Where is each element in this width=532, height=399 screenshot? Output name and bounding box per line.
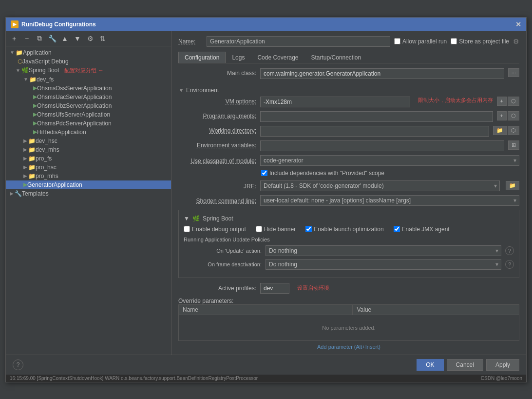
store-as-project-label: Store as project file: [451, 38, 509, 45]
working-dir-input[interactable]: [260, 126, 489, 137]
tree-item-js-debug[interactable]: ⬡ JavaScript Debug: [6, 57, 171, 66]
tree-item-application[interactable]: ▼ 📁 Application: [6, 48, 171, 57]
tree-item-ohsms-ufs[interactable]: ▶ OhsmsUfsServerApplication: [6, 110, 171, 119]
env-vars-edit-button[interactable]: ⊞: [508, 140, 519, 150]
close-button[interactable]: ✕: [515, 20, 521, 28]
working-dir-label: Working directory:: [178, 126, 256, 134]
tab-code-coverage[interactable]: Code Coverage: [251, 52, 304, 63]
include-deps-checkbox[interactable]: [261, 170, 267, 176]
tab-logs[interactable]: Logs: [226, 52, 251, 63]
jre-select[interactable]: Default (1.8 - SDK of 'code-generator' m…: [260, 180, 500, 191]
on-frame-label: On frame deactivation:: [184, 261, 262, 267]
tree-label-js-debug: JavaScript Debug: [22, 58, 69, 65]
tree-item-pro-fs[interactable]: ▶ 📁 pro_fs: [6, 154, 171, 163]
no-params-text: No parameters added.: [179, 315, 519, 340]
cancel-button[interactable]: Cancel: [447, 359, 483, 371]
active-profiles-input[interactable]: [260, 283, 289, 294]
tree-item-ohsms-pdc[interactable]: ▶ OhsmsPdcServerApplication: [6, 119, 171, 128]
tree-item-pro-mhs[interactable]: ▶ 📁 pro_mhs: [6, 172, 171, 180]
folder-icon-dev-fs: 📁: [29, 76, 37, 83]
tree-item-templates[interactable]: ▶ 🔧 Templates: [6, 189, 171, 198]
classpath-select[interactable]: code-generator: [260, 155, 519, 166]
main-class-label: Main class:: [178, 68, 256, 77]
tree-item-generator-app[interactable]: ▶ GeneratorApplication: [6, 180, 171, 189]
params-empty-row: No parameters added.: [179, 315, 519, 340]
springboot-header[interactable]: ▼ 🌿 Spring Boot: [184, 215, 514, 222]
right-panel: Name: Allow parallel run Store as projec…: [171, 31, 526, 355]
jre-folder-button[interactable]: 📁: [506, 181, 519, 190]
vm-options-external-button[interactable]: ⬡: [508, 97, 519, 106]
up-button[interactable]: ▲: [59, 33, 70, 44]
tab-configuration[interactable]: Configuration: [178, 52, 226, 63]
jre-select-wrapper: Default (1.8 - SDK of 'code-generator' m…: [260, 180, 500, 191]
run-icon-generator: ▶: [23, 181, 27, 188]
run-icon-ohsms-pdc: ▶: [33, 120, 37, 126]
vm-options-expand-button[interactable]: +: [497, 97, 507, 106]
tree-item-hi-redis[interactable]: ▶ HiRedisApplication: [6, 128, 171, 137]
working-dir-folder-button[interactable]: 📁: [493, 126, 507, 135]
add-param-link[interactable]: Add parameter (Alt+Insert): [178, 344, 519, 350]
enable-jmx-checkbox[interactable]: [394, 226, 400, 232]
tree-item-spring-boot[interactable]: ▼ 🌿 Spring Boot 配置对应分组 ←: [6, 66, 171, 75]
copy-config-button[interactable]: ⧉: [34, 33, 45, 44]
folder-icon-application: 📁: [16, 49, 23, 56]
run-debug-dialog: ▶ Run/Debug Configurations ✕ + − ⧉ 🔧 ▲ ▼…: [5, 17, 527, 382]
sort-button[interactable]: ⇅: [97, 33, 108, 44]
add-config-button[interactable]: +: [9, 33, 19, 44]
tree-item-dev-hsc[interactable]: ▶ 📁 dev_hsc: [6, 137, 171, 145]
arrow-icon-dev-hsc: ▶: [23, 138, 27, 143]
tree-item-dev-mhs[interactable]: ▶ 📁 dev_mhs: [6, 145, 171, 154]
ok-button[interactable]: OK: [417, 359, 443, 371]
apply-button[interactable]: Apply: [486, 359, 519, 371]
arrow-icon-templates: ▶: [10, 191, 14, 196]
tree-item-ohsms-ubz[interactable]: ▶ OhsmsUbzServerApplication: [6, 101, 171, 110]
tree-item-ohsms-uac[interactable]: ▶ OhsmsUacServerApplication: [6, 93, 171, 101]
vm-options-input[interactable]: [260, 97, 410, 107]
tabs-row: Configuration Logs Code Coverage Startup…: [178, 52, 519, 63]
allow-parallel-checkbox[interactable]: [394, 38, 400, 44]
gear-button[interactable]: ⚙: [85, 33, 95, 44]
folder-icon-pro-fs: 📁: [28, 155, 36, 162]
wrench-button[interactable]: 🔧: [47, 33, 57, 44]
down-button[interactable]: ▼: [72, 33, 83, 44]
jre-label: JRE:: [178, 181, 256, 190]
store-as-project-gear[interactable]: ⚙: [513, 38, 519, 45]
env-vars-row: Environment variables: ⊞: [178, 140, 519, 151]
title-bar: ▶ Run/Debug Configurations ✕: [6, 18, 526, 31]
store-as-project-checkbox[interactable]: [451, 38, 457, 44]
program-args-row: Program arguments: + ⬡: [178, 111, 519, 122]
arrow-icon-pro-fs: ▶: [23, 156, 27, 161]
remove-config-button[interactable]: −: [21, 33, 32, 44]
program-args-input[interactable]: [260, 111, 493, 122]
arrow-icon-dev-fs: ▼: [23, 77, 28, 82]
active-profiles-label: Active profiles:: [178, 285, 256, 292]
main-class-browse-button[interactable]: ···: [508, 68, 519, 77]
program-args-expand-button[interactable]: +: [497, 111, 507, 120]
arrow-icon-pro-hsc: ▶: [23, 164, 27, 170]
folder-icon-dev-hsc: 📁: [28, 138, 36, 144]
environment-section-header[interactable]: ▼ Environment: [178, 87, 519, 94]
tree-item-ohsms-oss[interactable]: ▶ OhsmsOssServerApplication: [6, 84, 171, 93]
tree-label-ohsms-ubz: OhsmsUbzServerApplication: [37, 102, 112, 109]
on-update-help-icon[interactable]: ?: [505, 246, 514, 255]
on-frame-help-icon[interactable]: ?: [505, 260, 514, 269]
tab-startup[interactable]: Startup/Connection: [304, 52, 367, 63]
name-input[interactable]: [207, 36, 390, 47]
on-update-select[interactable]: Do nothing Update classes and resources: [266, 245, 501, 256]
on-frame-select[interactable]: Do nothing Update classes and resources: [266, 259, 501, 270]
tree-label-generator-app: GeneratorApplication: [27, 181, 82, 188]
help-button[interactable]: ?: [13, 359, 23, 370]
tree-item-pro-hsc[interactable]: ▶ 📁 pro_hsc: [6, 163, 171, 172]
js-icon: ⬡: [18, 58, 22, 65]
shorten-cmd-select[interactable]: user-local default: none - java [options…: [260, 195, 519, 206]
folder-icon-pro-mhs: 📁: [28, 173, 36, 180]
tree-item-dev-fs[interactable]: ▼ 📁 dev_fs: [6, 75, 171, 84]
env-vars-input[interactable]: [260, 140, 504, 151]
hide-banner-checkbox[interactable]: [256, 226, 262, 232]
main-class-input[interactable]: [260, 68, 504, 79]
program-args-external-button[interactable]: ⬡: [508, 111, 519, 120]
active-profiles-row: Active profiles: 设置启动环境: [178, 283, 519, 294]
enable-launch-opt-checkbox[interactable]: [305, 226, 312, 232]
working-dir-var-button[interactable]: ⬡: [508, 126, 519, 135]
enable-debug-checkbox[interactable]: [184, 226, 190, 232]
